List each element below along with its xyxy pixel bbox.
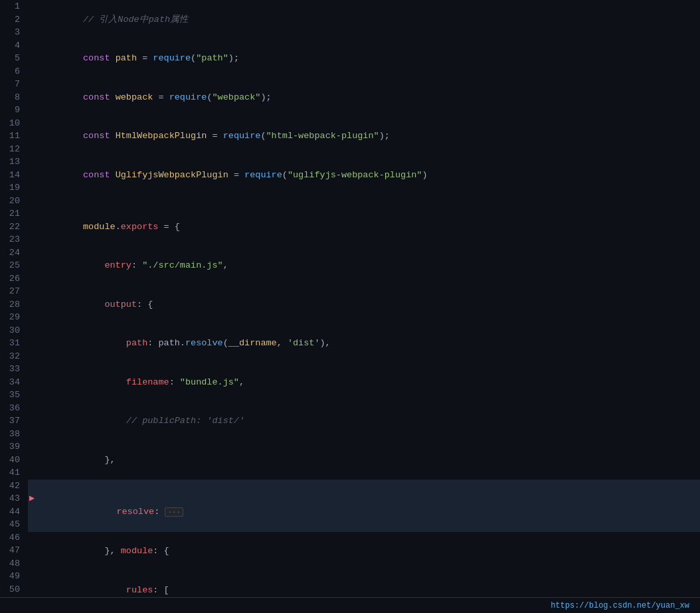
blog-url: https://blog.csdn.net/yuan_xw [551, 601, 689, 610]
code-line: output: { [28, 285, 700, 324]
code-line: entry: "./src/main.js", [28, 246, 700, 286]
code-line: path: path.resolve(__dirname, 'dist'), [28, 324, 700, 363]
code-line-active: ▶ resolve: ··· [28, 480, 700, 532]
code-line: // 引入Node中path属性 [28, 0, 700, 39]
code-lines: // 引入Node中path属性 const path = require("p… [25, 0, 700, 597]
code-line: rules: [ [28, 570, 700, 597]
code-editor: 1 2 3 4 5 6 7 8 9 10 11 12 13 14 19 20 2… [0, 0, 700, 613]
code-line: const HtmlWebpackPlugin = require("html-… [28, 117, 700, 156]
code-line: const webpack = require("webpack"); [28, 78, 700, 117]
code-line: filename: "bundle.js", [28, 363, 700, 402]
code-line: // publicPath: 'dist/' [28, 402, 700, 441]
bottom-bar: https://blog.csdn.net/yuan_xw [0, 597, 700, 613]
code-line: const path = require("path"); [28, 39, 700, 78]
code-line: const UglifyjsWebpackPlugin = require("u… [28, 155, 700, 195]
code-line: }, [28, 440, 700, 480]
code-line [28, 195, 700, 208]
code-area: 1 2 3 4 5 6 7 8 9 10 11 12 13 14 19 20 2… [0, 0, 700, 597]
code-line: module.exports = { [28, 207, 700, 246]
code-line: }, module: { [28, 532, 700, 571]
line-numbers: 1 2 3 4 5 6 7 8 9 10 11 12 13 14 19 20 2… [0, 0, 25, 597]
